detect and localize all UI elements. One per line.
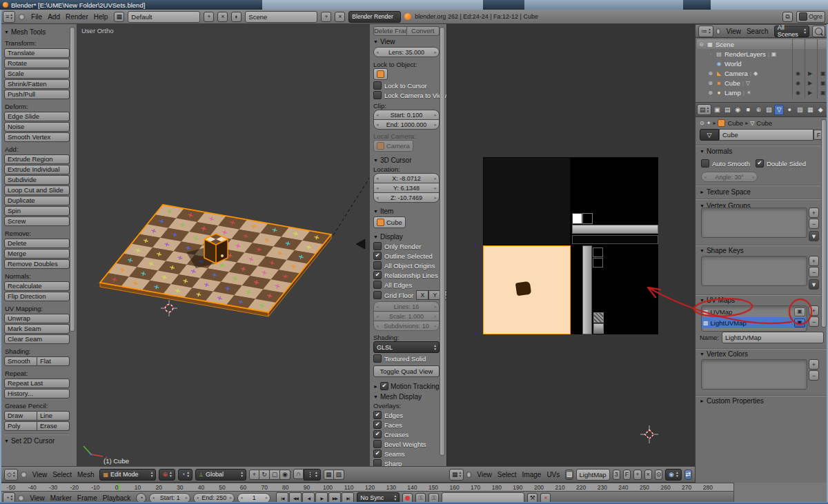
- tool-button-merge[interactable]: Merge: [4, 249, 70, 259]
- add-vertex-group-button[interactable]: +: [809, 208, 819, 218]
- opengl-render-anim-icon[interactable]: ▨: [334, 470, 344, 480]
- vertex-colors-panel-header[interactable]: ▼Vertex Colors: [700, 350, 748, 358]
- shape-keys-panel-header[interactable]: ▼Shape Keys: [700, 247, 744, 254]
- overlay-sharp-checkbox[interactable]: [373, 459, 382, 466]
- normals-panel-header[interactable]: ▼Normals: [696, 148, 828, 155]
- tool-button-flat[interactable]: Flat: [37, 356, 70, 366]
- tool-button-history[interactable]: History...: [4, 389, 70, 399]
- selectability-cursor-icon[interactable]: ▶: [808, 90, 812, 96]
- grid-axis-x-button[interactable]: X: [416, 290, 428, 300]
- add-shape-key-button[interactable]: +: [809, 256, 819, 266]
- pin-uv-icon[interactable]: ⊙: [655, 470, 662, 480]
- camera-object[interactable]: [356, 239, 365, 249]
- display-all-object-origins-checkbox[interactable]: [373, 261, 382, 270]
- 3d-cursor-panel-header[interactable]: ▼3D Cursor: [373, 157, 440, 164]
- menu-help[interactable]: Help: [91, 13, 111, 21]
- properties-tab-physics[interactable]: ◆: [816, 105, 825, 115]
- visibility-eye-icon[interactable]: ◉: [796, 70, 800, 77]
- properties-tab-material[interactable]: ●: [785, 105, 794, 115]
- tool-button-extrude-individual[interactable]: Extrude Individual: [4, 165, 70, 174]
- renderability-camera-icon[interactable]: ▣: [820, 70, 826, 77]
- tool-button-rotate[interactable]: Rotate: [4, 59, 70, 68]
- tool-button-subdivide[interactable]: Subdivide: [4, 175, 70, 185]
- image-users-count-button[interactable]: 3: [613, 470, 620, 480]
- unlink-image-button[interactable]: ×: [644, 470, 652, 480]
- angle-field[interactable]: Angle: 30°: [701, 172, 758, 182]
- display-outline-selected-checkbox[interactable]: ✔: [373, 252, 382, 260]
- outliner-row-cube[interactable]: ⊕■Cube|▽◉▶▣: [697, 78, 827, 88]
- draw-mode-select[interactable]: ◔▴ ▾: [178, 469, 193, 481]
- renderability-camera-icon[interactable]: ▣: [820, 90, 826, 96]
- uv-image-editor[interactable]: [446, 24, 695, 466]
- tool-button-delete[interactable]: Delete: [4, 239, 70, 248]
- outliner-row-lamp[interactable]: ⊕●Lamp|☀◉▶▣: [697, 88, 827, 97]
- manipulator-scale-icon[interactable]: ▢: [270, 470, 280, 480]
- menu-image[interactable]: Image: [520, 471, 544, 478]
- uv-maps-list[interactable]: ▩UVMap▣▩LightUVMap▣: [701, 305, 807, 332]
- snap-element-select[interactable]: ⋮▴ ▾: [304, 469, 321, 481]
- uv-map-render-camera-icon[interactable]: ▣: [794, 319, 805, 327]
- menu-view[interactable]: View: [27, 494, 48, 502]
- selectability-cursor-icon[interactable]: ▶: [808, 70, 812, 77]
- selected-uv-face[interactable]: [483, 245, 571, 334]
- properties-tab-render[interactable]: ▣: [712, 105, 722, 115]
- search-button[interactable]: [812, 26, 825, 37]
- outliner-expander-icon[interactable]: ⊕: [707, 90, 713, 96]
- set-2d-cursor-panel-header[interactable]: ▼Set 2D Cursor: [4, 437, 70, 445]
- opengl-render-icon[interactable]: ▦: [324, 470, 334, 480]
- add-uv-map-button[interactable]: +: [809, 305, 819, 316]
- outliner-expander-icon[interactable]: ⊕: [707, 80, 713, 86]
- grid-setting-0[interactable]: Lines: 16: [373, 301, 440, 312]
- vertex-group-specials-button[interactable]: ▼: [809, 231, 819, 241]
- uv-map-name-field[interactable]: LightUVMap: [722, 332, 824, 343]
- renderability-camera-icon[interactable]: ▣: [820, 80, 826, 86]
- toggle-quad-view-button[interactable]: Toggle Quad View: [373, 365, 440, 377]
- uv-map-row-lightuvmap[interactable]: ▩LightUVMap▣: [702, 317, 807, 328]
- local-camera-field[interactable]: Camera: [373, 140, 413, 152]
- add-vertex-color-button[interactable]: +: [809, 359, 819, 370]
- new-image-button[interactable]: +: [633, 470, 641, 480]
- 3d-cursor[interactable]: [161, 300, 177, 316]
- editor-type-uv-button[interactable]: ▦▴ ▾: [449, 469, 464, 481]
- tool-button-erase[interactable]: Erase: [37, 421, 70, 431]
- tool-button-poly[interactable]: Poly: [4, 421, 37, 431]
- mesh-name-field[interactable]: Cube: [719, 129, 814, 141]
- editor-type-3dview-button[interactable]: ◇▴ ▾: [4, 469, 18, 481]
- remove-uv-map-button[interactable]: −: [809, 316, 819, 327]
- overlay-faces-checkbox[interactable]: ✔: [373, 421, 382, 429]
- item-name-field[interactable]: Cube: [373, 216, 406, 228]
- mesh-display-panel-header[interactable]: ▼Mesh Display: [373, 393, 440, 401]
- close-layout-button[interactable]: ×: [217, 12, 228, 22]
- properties-tab-object-data[interactable]: ▽: [774, 105, 784, 115]
- menu-marker[interactable]: Marker: [48, 494, 75, 502]
- double-sided-checkbox[interactable]: ✔: [756, 159, 764, 168]
- header-collapse-dot[interactable]: [19, 14, 25, 20]
- outliner-expander-icon[interactable]: ·: [707, 51, 713, 57]
- editor-type-outliner-button[interactable]: ≔▴ ▾: [698, 26, 713, 37]
- image-fake-user-button[interactable]: F: [623, 470, 631, 480]
- tool-button-shrink-fatten[interactable]: Shrink/Fatten: [4, 79, 70, 89]
- menu-view[interactable]: View: [474, 471, 495, 478]
- npanel-scrollbar[interactable]: [440, 27, 445, 456]
- menu-view[interactable]: View: [30, 471, 50, 478]
- outliner-expander-icon[interactable]: ⊕: [707, 70, 713, 77]
- properties-tab-world[interactable]: ◉: [733, 105, 742, 115]
- window-duplicate-icon[interactable]: ⧉: [782, 12, 793, 22]
- visibility-eye-icon[interactable]: ◉: [796, 90, 800, 96]
- outliner-row-renderlayers[interactable]: ·▤RenderLayers|▣: [697, 49, 827, 59]
- uv-map-render-camera-icon[interactable]: ▣: [794, 308, 805, 316]
- properties-tab-object[interactable]: ■: [743, 105, 753, 115]
- display-panel-header[interactable]: ▼Display: [373, 233, 440, 241]
- tool-button-clear-seam[interactable]: Clear Seam: [4, 334, 70, 344]
- editor-type-info-button[interactable]: ≡▴ ▾: [3, 11, 15, 23]
- ogre-checkbox[interactable]: [799, 12, 807, 21]
- tool-button-noise[interactable]: Noise: [4, 122, 70, 132]
- tool-button-flip-direction[interactable]: Flip Direction: [4, 292, 70, 301]
- grid-floor-checkbox[interactable]: [373, 291, 382, 299]
- image-name-field[interactable]: LightMap: [576, 469, 610, 481]
- close-scene-button[interactable]: ×: [335, 12, 345, 22]
- header-collapse-dot[interactable]: [18, 495, 24, 501]
- lock-to-object-field[interactable]: [373, 68, 388, 80]
- menu-select[interactable]: Select: [495, 471, 520, 478]
- properties-tab-texture[interactable]: ▨: [795, 105, 805, 115]
